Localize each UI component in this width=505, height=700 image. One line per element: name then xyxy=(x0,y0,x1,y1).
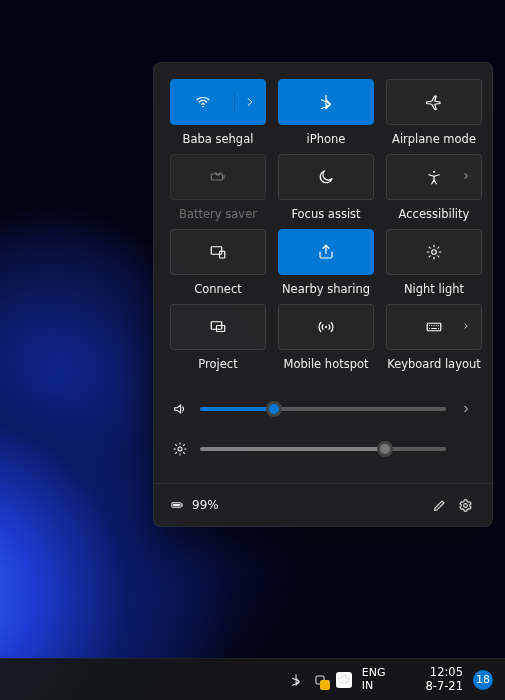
volume-icon xyxy=(172,400,188,418)
airplane-icon xyxy=(425,93,443,111)
battery-icon xyxy=(168,496,186,514)
moon-icon xyxy=(317,168,335,186)
language-line1: ENG xyxy=(362,667,386,679)
wifi-tile[interactable] xyxy=(170,79,266,125)
svg-point-13 xyxy=(463,503,467,507)
connect-icon xyxy=(209,243,227,261)
svg-point-0 xyxy=(202,106,204,108)
svg-point-2 xyxy=(433,171,435,173)
chevron-right-icon xyxy=(241,93,259,111)
volume-row xyxy=(172,389,474,429)
volume-slider[interactable] xyxy=(200,407,446,411)
settings-button[interactable] xyxy=(452,492,478,518)
taskbar: ▲ ENG IN 12:05 8-7-21 18 xyxy=(0,658,505,700)
system-tray: ▲ xyxy=(288,672,352,688)
accessibility-icon xyxy=(425,168,443,186)
project-label: Project xyxy=(198,357,237,371)
svg-rect-7 xyxy=(217,326,225,332)
connect-label: Connect xyxy=(194,282,242,296)
battery-percent-text: 99% xyxy=(192,498,219,512)
airplane-mode-label: Airplane mode xyxy=(392,132,476,146)
nearby-sharing-label: Nearby sharing xyxy=(282,282,370,296)
focus-assist-label: Focus assist xyxy=(291,207,360,221)
panel-footer: 99% xyxy=(154,483,492,526)
keyboard-icon xyxy=(425,318,443,336)
clock[interactable]: 12:05 8-7-21 xyxy=(425,666,463,692)
language-indicator[interactable]: ENG IN xyxy=(362,667,386,691)
wifi-expand-button[interactable] xyxy=(235,93,265,111)
wifi-label: Baba sehgal xyxy=(183,132,254,146)
bluetooth-tile[interactable] xyxy=(278,79,374,125)
brightness-row xyxy=(172,429,474,469)
airplane-mode-tile[interactable] xyxy=(386,79,482,125)
svg-point-10 xyxy=(178,447,182,451)
mobile-hotspot-label: Mobile hotspot xyxy=(283,357,368,371)
notification-count: 18 xyxy=(476,673,490,686)
svg-rect-14 xyxy=(316,675,324,683)
tray-onedrive-icon[interactable] xyxy=(336,672,352,688)
svg-point-8 xyxy=(325,326,327,328)
share-icon xyxy=(317,243,335,261)
quick-settings-grid: Baba sehgal iPhone Airplane mode xyxy=(154,63,492,379)
sliders-section xyxy=(154,379,492,483)
chevron-right-icon xyxy=(461,321,471,333)
clock-date: 8-7-21 xyxy=(425,680,463,693)
svg-rect-12 xyxy=(173,504,180,506)
nearby-sharing-tile[interactable] xyxy=(278,229,374,275)
quick-settings-panel: Baba sehgal iPhone Airplane mode xyxy=(153,62,493,527)
wifi-toggle[interactable] xyxy=(171,93,235,111)
accessibility-tile[interactable] xyxy=(386,154,482,200)
clock-time: 12:05 xyxy=(425,666,463,679)
mobile-hotspot-tile[interactable] xyxy=(278,304,374,350)
project-icon xyxy=(209,318,227,336)
bluetooth-icon xyxy=(317,93,335,111)
system-tray-cluster[interactable] xyxy=(395,668,415,691)
hotspot-icon xyxy=(317,318,335,336)
bluetooth-label: iPhone xyxy=(307,132,346,146)
connect-tile[interactable] xyxy=(170,229,266,275)
edit-quick-settings-button[interactable] xyxy=(426,492,452,518)
accessibility-label: Accessibility xyxy=(399,207,470,221)
tray-bluetooth-icon[interactable] xyxy=(288,672,304,688)
volume-expand-button[interactable] xyxy=(458,403,474,415)
svg-point-5 xyxy=(432,250,437,255)
tray-app-warning-icon[interactable]: ▲ xyxy=(312,672,328,688)
keyboard-layout-tile[interactable] xyxy=(386,304,482,350)
battery-saver-icon xyxy=(209,168,227,186)
chevron-right-icon xyxy=(461,171,471,183)
night-light-icon xyxy=(425,243,443,261)
night-light-tile[interactable] xyxy=(386,229,482,275)
brightness-slider[interactable] xyxy=(200,447,446,451)
wifi-icon xyxy=(194,93,212,111)
language-line2: IN xyxy=(362,680,386,692)
focus-assist-tile[interactable] xyxy=(278,154,374,200)
brightness-icon xyxy=(172,440,188,458)
battery-saver-label: Battery saver xyxy=(179,207,257,221)
battery-saver-tile[interactable] xyxy=(170,154,266,200)
svg-rect-9 xyxy=(427,323,441,331)
notification-badge[interactable]: 18 xyxy=(473,670,493,690)
svg-rect-3 xyxy=(211,247,222,255)
keyboard-layout-label: Keyboard layout xyxy=(387,357,481,371)
project-tile[interactable] xyxy=(170,304,266,350)
night-light-label: Night light xyxy=(404,282,464,296)
